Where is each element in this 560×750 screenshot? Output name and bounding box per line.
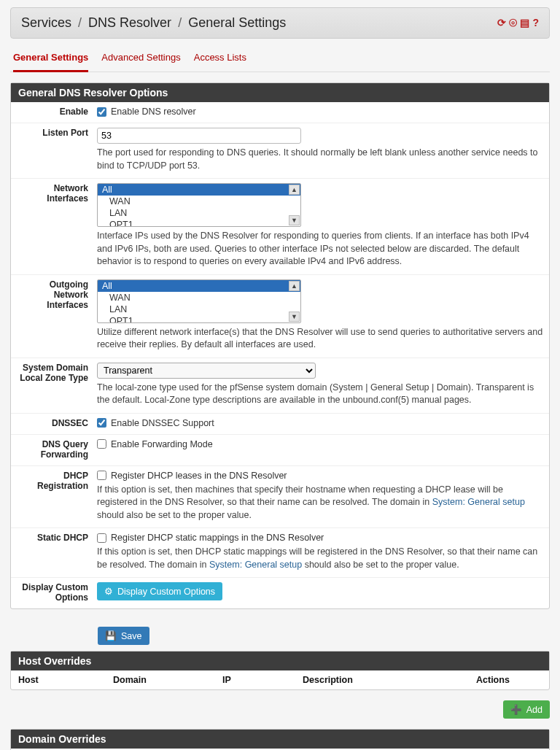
breadcrumb: Services / DNS Resolver / General Settin… [21,15,286,31]
plus-icon: ➕ [510,704,522,715]
panel-title: Domain Overrides [11,730,549,749]
panel-domain-overrides: Domain Overrides Domain IP Description A… [10,729,550,750]
header-icon-group: ⟳ ⦾ ▤ ? [497,17,539,29]
link-system-general-setup[interactable]: System: General setup [209,560,302,570]
opt-all[interactable]: All [98,184,300,196]
input-listen-port[interactable] [97,128,301,144]
checkbox-dhcp-registration[interactable] [97,471,106,480]
crumb-sep: / [175,15,184,30]
log-icon[interactable]: ▤ [520,17,529,29]
host-overrides-header: Host Domain IP Description Actions [11,670,549,689]
opt-wan[interactable]: WAN [98,292,300,304]
label-display-custom-options: Display Custom Options [17,582,97,603]
label-network-interfaces: Network Interfaces [17,183,97,268]
help-network-interfaces: Interface IPs used by the DNS Resolver f… [97,230,543,268]
label-static-dhcp: Static DHCP [17,533,97,571]
tab-general-settings[interactable]: General Settings [13,47,88,72]
checkbox-static-dhcp-text: Register DHCP static mappings in the DNS… [111,533,324,543]
help-listen-port: The port used for responding to DNS quer… [97,147,543,172]
save-icon: 💾 [105,630,117,641]
help-icon[interactable]: ? [532,17,539,29]
checkbox-dhcp-registration-text: Register DHCP leases in the DNS Resolver [111,471,287,481]
scroll-down-icon[interactable]: ▼ [289,215,300,225]
col-host: Host [18,675,113,685]
label-listen-port: Listen Port [17,128,97,172]
label-dnssec: DNSSEC [17,418,97,428]
crumb-general-settings: General Settings [188,15,286,30]
checkbox-enable[interactable] [97,107,106,117]
help-static-dhcp: If this option is set, then DHCP static … [97,546,543,571]
col-description: Description [303,675,476,685]
crumb-sep: / [75,15,85,30]
stop-icon[interactable]: ⦾ [509,17,517,29]
tab-access-lists[interactable]: Access Lists [194,47,246,71]
label-local-zone-type: System Domain Local Zone Type [17,363,97,407]
checkbox-forwarding-text: Enable Forwarding Mode [111,439,213,449]
crumb-dns-resolver[interactable]: DNS Resolver [88,15,171,30]
help-dhcp-registration: If this option is set, then machines tha… [97,484,543,522]
label-enable: Enable [17,107,97,117]
scroll-up-icon[interactable]: ▲ [289,281,300,291]
page-header: Services / DNS Resolver / General Settin… [10,7,550,39]
select-local-zone-type[interactable]: Transparent [97,363,316,379]
select-network-interfaces[interactable]: All WAN LAN OPT1 ▲ ▼ [97,183,301,227]
checkbox-static-dhcp[interactable] [97,533,106,543]
opt-lan[interactable]: LAN [98,207,300,219]
panel-general-options: General DNS Resolver Options Enable Enab… [10,82,550,609]
label-forwarding: DNS Query Forwarding [17,439,97,460]
panel-title: General DNS Resolver Options [11,83,549,102]
col-actions: Actions [476,675,542,685]
panel-host-overrides: Host Overrides Host Domain IP Descriptio… [10,651,550,690]
link-system-general-setup[interactable]: System: General setup [432,497,525,507]
select-outgoing-interfaces[interactable]: All WAN LAN OPT1 ▲ ▼ [97,279,301,323]
opt-opt1[interactable]: OPT1 [98,315,300,323]
label-outgoing-interfaces: Outgoing Network Interfaces [17,279,97,352]
checkbox-dnssec[interactable] [97,418,106,428]
scroll-up-icon[interactable]: ▲ [289,185,300,195]
display-custom-options-button[interactable]: ⚙ Display Custom Options [97,582,222,600]
help-local-zone-type: The local-zone type used for the pfSense… [97,382,543,407]
help-outgoing-interfaces: Utilize different network interface(s) t… [97,326,543,352]
crumb-services[interactable]: Services [21,15,71,30]
opt-lan[interactable]: LAN [98,304,300,315]
panel-title: Host Overrides [11,652,549,670]
add-host-override-button[interactable]: ➕ Add [503,700,550,719]
checkbox-enable-text: Enable DNS resolver [111,107,196,117]
scroll-down-icon[interactable]: ▼ [289,312,300,322]
tab-bar: General Settings Advanced Settings Acces… [10,47,550,72]
col-domain: Domain [113,675,222,685]
reload-icon[interactable]: ⟳ [497,17,506,29]
checkbox-forwarding[interactable] [97,439,106,449]
save-button[interactable]: 💾 Save [98,627,149,645]
gear-icon: ⚙ [104,586,113,597]
col-ip: IP [222,675,303,685]
opt-opt1[interactable]: OPT1 [98,219,300,227]
opt-all[interactable]: All [98,280,300,292]
opt-wan[interactable]: WAN [98,196,300,207]
tab-advanced-settings[interactable]: Advanced Settings [101,47,180,71]
label-dhcp-registration: DHCP Registration [17,471,97,522]
checkbox-dnssec-text: Enable DNSSEC Support [111,418,214,428]
